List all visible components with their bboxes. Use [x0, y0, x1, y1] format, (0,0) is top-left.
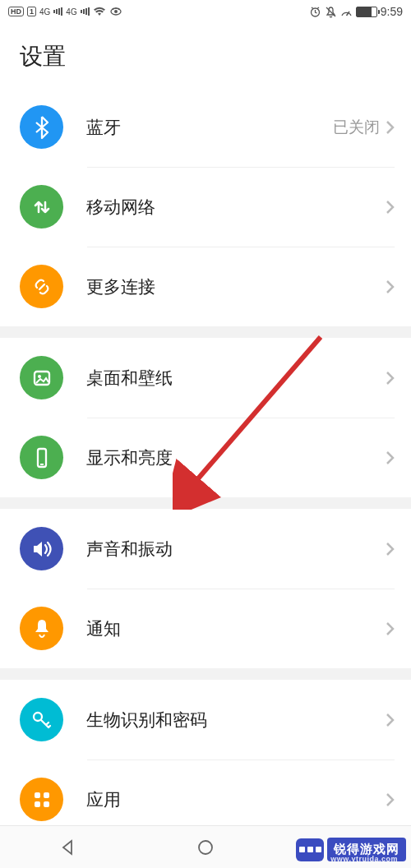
settings-group-1: 蓝牙 已关闭 移动网络 更多连接 [0, 87, 411, 326]
chevron-right-icon [385, 119, 395, 136]
image-icon [20, 356, 63, 399]
chevron-right-icon [385, 450, 395, 466]
grid-icon [20, 778, 63, 821]
chevron-right-icon [385, 792, 395, 808]
svg-point-1 [114, 10, 118, 13]
row-notifications[interactable]: 通知 [0, 589, 411, 668]
watermark-url: www.ytruida.com [330, 855, 398, 863]
row-label: 桌面和壁纸 [86, 367, 385, 390]
row-home-wallpaper[interactable]: 桌面和壁纸 [0, 338, 411, 418]
row-label: 更多连接 [86, 275, 385, 298]
row-value: 已关闭 [333, 117, 380, 138]
chevron-right-icon [385, 279, 395, 295]
row-label: 通知 [86, 617, 385, 640]
bluetooth-icon [20, 105, 63, 149]
phone-icon [20, 436, 63, 479]
chevron-right-icon [385, 621, 395, 637]
chevron-right-icon [385, 541, 395, 557]
status-right: 9:59 [309, 5, 403, 18]
net2-label: 4G [66, 7, 76, 16]
battery-icon [356, 7, 377, 17]
status-left: HD 1 4G 4G [8, 7, 122, 16]
mute-icon [325, 6, 337, 18]
key-icon [20, 698, 63, 741]
bell-icon [20, 607, 63, 650]
hd-badge: HD [8, 7, 24, 16]
row-label: 生物识别和密码 [86, 709, 385, 732]
volume-icon [20, 527, 63, 570]
chevron-right-icon [385, 199, 395, 215]
row-label: 应用 [86, 788, 385, 811]
alarm-icon [309, 6, 321, 18]
wifi-icon [93, 7, 106, 16]
link-icon [20, 265, 63, 308]
nav-back-button[interactable] [1, 826, 136, 868]
row-label: 显示和亮度 [86, 446, 385, 469]
settings-group-2: 桌面和壁纸 显示和亮度 [0, 338, 411, 497]
settings-group-3: 声音和振动 通知 [0, 509, 411, 668]
speed-icon [340, 6, 353, 18]
svg-point-17 [199, 841, 212, 854]
row-label: 蓝牙 [86, 116, 333, 139]
updown-icon [20, 185, 63, 229]
row-label: 声音和振动 [86, 538, 385, 561]
row-more-connections[interactable]: 更多连接 [0, 247, 411, 326]
svg-rect-13 [44, 801, 49, 807]
svg-rect-12 [35, 801, 40, 807]
row-label: 移动网络 [86, 196, 385, 219]
signal2-icon [81, 7, 90, 16]
svg-rect-11 [44, 792, 49, 798]
svg-point-6 [38, 375, 41, 378]
row-biometrics-password[interactable]: 生物识别和密码 [0, 680, 411, 760]
nav-home-button[interactable] [137, 826, 273, 868]
page-title: 设置 [0, 23, 411, 87]
row-sound-vibration[interactable]: 声音和振动 [0, 509, 411, 589]
eye-comfort-icon [109, 7, 122, 16]
row-display-brightness[interactable]: 显示和亮度 [0, 418, 411, 497]
watermark-logo-icon [296, 838, 324, 861]
row-mobile-network[interactable]: 移动网络 [0, 167, 411, 247]
net1-label: 4G [39, 7, 50, 16]
row-bluetooth[interactable]: 蓝牙 已关闭 [0, 87, 411, 167]
chevron-right-icon [385, 712, 395, 728]
sim1-indicator: 1 [27, 7, 36, 16]
watermark: 锐得游戏网 www.ytruida.com [296, 838, 406, 861]
signal1-icon [53, 7, 62, 16]
svg-rect-10 [35, 792, 40, 798]
clock-label: 9:59 [381, 5, 403, 18]
chevron-right-icon [385, 370, 395, 386]
status-bar: HD 1 4G 4G 9:59 [0, 0, 411, 23]
